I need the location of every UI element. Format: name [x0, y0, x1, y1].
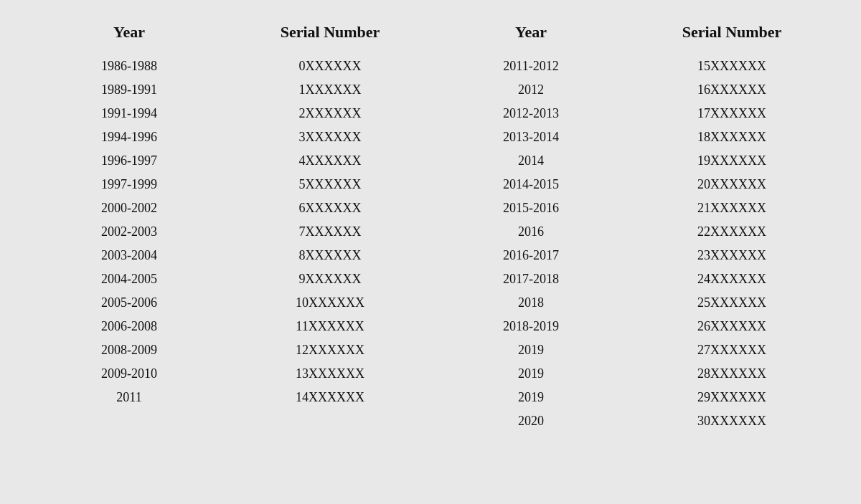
table-row: 2017-2018: [430, 267, 631, 291]
table-row: 2003-2004: [29, 244, 230, 267]
table-row: 27XXXXXX: [631, 338, 832, 362]
header-year-right: Year: [430, 14, 631, 54]
table-row: 28XXXXXX: [631, 362, 832, 386]
header-year-left: Year: [29, 14, 230, 54]
table-row: 16XXXXXX: [631, 78, 832, 102]
table-row: 2020: [430, 409, 631, 433]
table-row: [230, 409, 430, 433]
table-row: 2XXXXXX: [230, 102, 430, 125]
table-row: 26XXXXXX: [631, 315, 832, 338]
table-row: 2015-2016: [430, 196, 631, 220]
table-row: 2004-2005: [29, 267, 230, 291]
table-row: 1XXXXXX: [230, 78, 430, 102]
table-row: 5XXXXXX: [230, 173, 430, 196]
table-row: 14XXXXXX: [230, 386, 430, 409]
table-grid: Year Serial Number Year Serial Number 19…: [29, 14, 832, 433]
table-row: 12XXXXXX: [230, 338, 430, 362]
table-row: 20XXXXXX: [631, 173, 832, 196]
table-row: 2019: [430, 338, 631, 362]
table-row: 2009-2010: [29, 362, 230, 386]
table-row: 2014-2015: [430, 173, 631, 196]
table-row: 0XXXXXX: [230, 54, 430, 78]
table-row: 1989-1991: [29, 78, 230, 102]
table-row: 2011-2012: [430, 54, 631, 78]
table-row: 3XXXXXX: [230, 125, 430, 149]
table-row: 2002-2003: [29, 220, 230, 244]
table-row: 29XXXXXX: [631, 386, 832, 409]
table-row: 19XXXXXX: [631, 149, 832, 173]
table-row: 8XXXXXX: [230, 244, 430, 267]
table-row: 2006-2008: [29, 315, 230, 338]
table-row: 9XXXXXX: [230, 267, 430, 291]
table-row: 6XXXXXX: [230, 196, 430, 220]
table-row: [29, 409, 230, 433]
table-row: 11XXXXXX: [230, 315, 430, 338]
table-row: 24XXXXXX: [631, 267, 832, 291]
table-row: 2019: [430, 362, 631, 386]
table-row: 2016: [430, 220, 631, 244]
table-row: 2013-2014: [430, 125, 631, 149]
header-serial-right: Serial Number: [631, 14, 832, 54]
table-row: 1996-1997: [29, 149, 230, 173]
table-row: 22XXXXXX: [631, 220, 832, 244]
table-row: 17XXXXXX: [631, 102, 832, 125]
table-row: 18XXXXXX: [631, 125, 832, 149]
table-row: 7XXXXXX: [230, 220, 430, 244]
table-row: 4XXXXXX: [230, 149, 430, 173]
header-serial-left: Serial Number: [230, 14, 430, 54]
table-row: 1997-1999: [29, 173, 230, 196]
table-row: 2008-2009: [29, 338, 230, 362]
table-row: 2019: [430, 386, 631, 409]
table-row: 10XXXXXX: [230, 291, 430, 315]
table-row: 1991-1994: [29, 102, 230, 125]
table-row: 2014: [430, 149, 631, 173]
table-row: 2011: [29, 386, 230, 409]
table-row: 2016-2017: [430, 244, 631, 267]
table-row: 13XXXXXX: [230, 362, 430, 386]
table-row: 23XXXXXX: [631, 244, 832, 267]
table-row: 25XXXXXX: [631, 291, 832, 315]
table-row: 30XXXXXX: [631, 409, 832, 433]
table-row: 15XXXXXX: [631, 54, 832, 78]
table-row: 2018: [430, 291, 631, 315]
table-row: 2005-2006: [29, 291, 230, 315]
table-row: 2012: [430, 78, 631, 102]
table-row: 2000-2002: [29, 196, 230, 220]
table-row: 21XXXXXX: [631, 196, 832, 220]
table-row: 2012-2013: [430, 102, 631, 125]
table-row: 1994-1996: [29, 125, 230, 149]
table-row: 1986-1988: [29, 54, 230, 78]
serial-number-table: Year Serial Number Year Serial Number 19…: [29, 14, 832, 433]
table-row: 2018-2019: [430, 315, 631, 338]
